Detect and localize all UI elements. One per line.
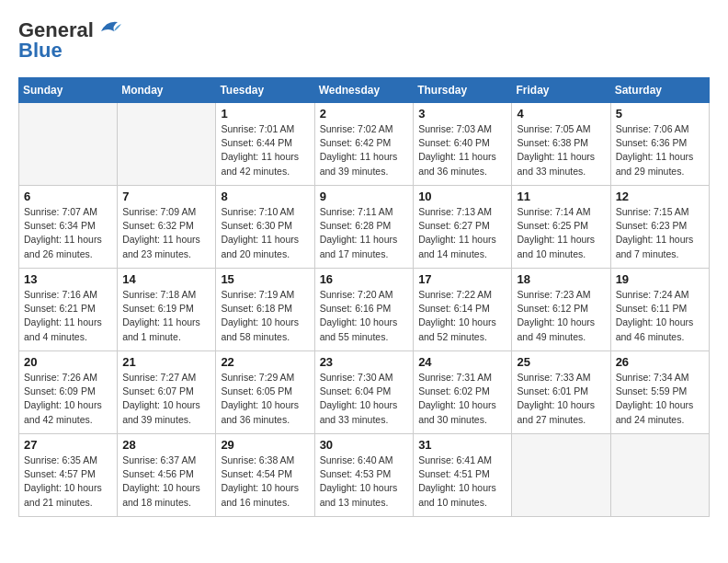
day-detail: Sunrise: 7:33 AMSunset: 6:01 PMDaylight:…	[517, 371, 605, 427]
calendar-cell-5-1: 27Sunrise: 6:35 AMSunset: 4:57 PMDayligh…	[19, 434, 118, 517]
calendar-cell-5-3: 29Sunrise: 6:38 AMSunset: 4:54 PMDayligh…	[216, 434, 314, 517]
day-detail: Sunrise: 7:23 AMSunset: 6:12 PMDaylight:…	[517, 288, 605, 344]
calendar-week-4: 20Sunrise: 7:26 AMSunset: 6:09 PMDayligh…	[19, 351, 710, 434]
calendar-week-1: 1Sunrise: 7:01 AMSunset: 6:44 PMDaylight…	[19, 103, 710, 186]
calendar-header-tuesday: Tuesday	[216, 78, 314, 103]
day-detail: Sunrise: 7:02 AMSunset: 6:42 PMDaylight:…	[320, 122, 409, 178]
calendar-cell-2-6: 11Sunrise: 7:14 AMSunset: 6:25 PMDayligh…	[512, 186, 610, 269]
day-detail: Sunrise: 7:06 AMSunset: 6:36 PMDaylight:…	[616, 122, 704, 178]
calendar-week-5: 27Sunrise: 6:35 AMSunset: 4:57 PMDayligh…	[19, 434, 710, 517]
day-number: 11	[517, 190, 605, 203]
day-detail: Sunrise: 7:34 AMSunset: 5:59 PMDaylight:…	[616, 371, 704, 427]
day-detail: Sunrise: 7:01 AMSunset: 6:44 PMDaylight:…	[221, 122, 309, 178]
day-number: 12	[616, 190, 704, 203]
logo-bird-icon	[97, 18, 121, 39]
calendar-cell-2-3: 8Sunrise: 7:10 AMSunset: 6:30 PMDaylight…	[216, 186, 314, 269]
day-detail: Sunrise: 7:29 AMSunset: 6:05 PMDaylight:…	[221, 371, 309, 427]
day-detail: Sunrise: 6:35 AMSunset: 4:57 PMDaylight:…	[24, 454, 112, 510]
day-number: 17	[418, 272, 506, 286]
day-number: 9	[320, 190, 409, 203]
day-detail: Sunrise: 6:41 AMSunset: 4:51 PMDaylight:…	[418, 454, 506, 510]
calendar-cell-2-1: 6Sunrise: 7:07 AMSunset: 6:34 PMDaylight…	[19, 186, 118, 269]
day-detail: Sunrise: 7:07 AMSunset: 6:34 PMDaylight:…	[24, 205, 112, 261]
day-detail: Sunrise: 7:10 AMSunset: 6:30 PMDaylight:…	[221, 205, 309, 261]
day-detail: Sunrise: 6:38 AMSunset: 4:54 PMDaylight:…	[221, 454, 309, 510]
day-detail: Sunrise: 7:19 AMSunset: 6:18 PMDaylight:…	[221, 288, 309, 344]
day-number: 24	[418, 355, 506, 369]
calendar-cell-5-5: 31Sunrise: 6:41 AMSunset: 4:51 PMDayligh…	[414, 434, 512, 517]
calendar-cell-3-3: 15Sunrise: 7:19 AMSunset: 6:18 PMDayligh…	[216, 269, 314, 351]
calendar-cell-4-3: 22Sunrise: 7:29 AMSunset: 6:05 PMDayligh…	[216, 351, 314, 434]
calendar-week-3: 13Sunrise: 7:16 AMSunset: 6:21 PMDayligh…	[19, 269, 710, 351]
calendar-cell-5-2: 28Sunrise: 6:37 AMSunset: 4:56 PMDayligh…	[118, 434, 216, 517]
calendar-cell-1-3: 1Sunrise: 7:01 AMSunset: 6:44 PMDaylight…	[216, 103, 314, 186]
calendar-cell-2-4: 9Sunrise: 7:11 AMSunset: 6:28 PMDaylight…	[314, 186, 414, 269]
day-number: 20	[24, 355, 112, 369]
day-detail: Sunrise: 7:09 AMSunset: 6:32 PMDaylight:…	[122, 205, 210, 261]
day-number: 28	[122, 438, 210, 452]
calendar-header-thursday: Thursday	[414, 78, 512, 103]
calendar-header-friday: Friday	[512, 78, 610, 103]
calendar-cell-1-4: 2Sunrise: 7:02 AMSunset: 6:42 PMDaylight…	[314, 103, 414, 186]
day-detail: Sunrise: 7:14 AMSunset: 6:25 PMDaylight:…	[517, 205, 605, 261]
day-number: 27	[24, 438, 112, 452]
calendar-header-row: SundayMondayTuesdayWednesdayThursdayFrid…	[19, 78, 710, 103]
day-detail: Sunrise: 7:26 AMSunset: 6:09 PMDaylight:…	[24, 371, 112, 427]
calendar-cell-2-2: 7Sunrise: 7:09 AMSunset: 6:32 PMDaylight…	[118, 186, 216, 269]
calendar-cell-5-6	[512, 434, 610, 517]
day-number: 1	[221, 107, 309, 121]
day-number: 16	[320, 272, 409, 286]
day-number: 14	[122, 272, 210, 286]
calendar-cell-1-6: 4Sunrise: 7:05 AMSunset: 6:38 PMDaylight…	[512, 103, 610, 186]
day-detail: Sunrise: 6:40 AMSunset: 4:53 PMDaylight:…	[320, 454, 409, 510]
calendar-cell-1-7: 5Sunrise: 7:06 AMSunset: 6:36 PMDaylight…	[610, 103, 709, 186]
day-detail: Sunrise: 7:30 AMSunset: 6:04 PMDaylight:…	[320, 371, 409, 427]
calendar-cell-3-2: 14Sunrise: 7:18 AMSunset: 6:19 PMDayligh…	[118, 269, 216, 351]
calendar-week-2: 6Sunrise: 7:07 AMSunset: 6:34 PMDaylight…	[19, 186, 710, 269]
day-detail: Sunrise: 7:27 AMSunset: 6:07 PMDaylight:…	[122, 371, 210, 427]
day-number: 23	[320, 355, 409, 369]
calendar-cell-4-4: 23Sunrise: 7:30 AMSunset: 6:04 PMDayligh…	[314, 351, 414, 434]
day-number: 4	[517, 107, 605, 121]
calendar-header-saturday: Saturday	[610, 78, 709, 103]
day-number: 29	[221, 438, 309, 452]
calendar-cell-1-2	[118, 103, 216, 186]
day-detail: Sunrise: 7:05 AMSunset: 6:38 PMDaylight:…	[517, 122, 605, 178]
day-detail: Sunrise: 7:31 AMSunset: 6:02 PMDaylight:…	[418, 371, 506, 427]
day-detail: Sunrise: 7:24 AMSunset: 6:11 PMDaylight:…	[616, 288, 704, 344]
calendar-cell-4-1: 20Sunrise: 7:26 AMSunset: 6:09 PMDayligh…	[19, 351, 118, 434]
calendar-cell-3-6: 18Sunrise: 7:23 AMSunset: 6:12 PMDayligh…	[512, 269, 610, 351]
calendar-cell-3-4: 16Sunrise: 7:20 AMSunset: 6:16 PMDayligh…	[314, 269, 414, 351]
calendar-cell-4-2: 21Sunrise: 7:27 AMSunset: 6:07 PMDayligh…	[118, 351, 216, 434]
calendar-cell-3-7: 19Sunrise: 7:24 AMSunset: 6:11 PMDayligh…	[610, 269, 709, 351]
day-number: 10	[418, 190, 506, 203]
calendar-cell-2-5: 10Sunrise: 7:13 AMSunset: 6:27 PMDayligh…	[414, 186, 512, 269]
day-number: 26	[616, 355, 704, 369]
calendar-header-monday: Monday	[118, 78, 216, 103]
calendar-cell-5-7	[610, 434, 709, 517]
calendar-cell-5-4: 30Sunrise: 6:40 AMSunset: 4:53 PMDayligh…	[314, 434, 414, 517]
day-detail: Sunrise: 7:18 AMSunset: 6:19 PMDaylight:…	[122, 288, 210, 344]
day-number: 19	[616, 272, 704, 286]
day-detail: Sunrise: 7:16 AMSunset: 6:21 PMDaylight:…	[24, 288, 112, 344]
calendar-header-sunday: Sunday	[19, 78, 118, 103]
calendar-cell-1-5: 3Sunrise: 7:03 AMSunset: 6:40 PMDaylight…	[414, 103, 512, 186]
calendar-cell-4-6: 25Sunrise: 7:33 AMSunset: 6:01 PMDayligh…	[512, 351, 610, 434]
day-number: 30	[320, 438, 409, 452]
page-header: General Blue	[18, 18, 710, 63]
calendar-header-wednesday: Wednesday	[314, 78, 414, 103]
day-detail: Sunrise: 7:20 AMSunset: 6:16 PMDaylight:…	[320, 288, 409, 344]
day-number: 5	[616, 107, 704, 121]
calendar-cell-1-1	[19, 103, 118, 186]
day-number: 25	[517, 355, 605, 369]
calendar-cell-4-7: 26Sunrise: 7:34 AMSunset: 5:59 PMDayligh…	[610, 351, 709, 434]
day-detail: Sunrise: 7:03 AMSunset: 6:40 PMDaylight:…	[418, 122, 506, 178]
day-detail: Sunrise: 7:11 AMSunset: 6:28 PMDaylight:…	[320, 205, 409, 261]
day-number: 8	[221, 190, 309, 203]
calendar-cell-2-7: 12Sunrise: 7:15 AMSunset: 6:23 PMDayligh…	[610, 186, 709, 269]
day-number: 2	[320, 107, 409, 121]
day-number: 22	[221, 355, 309, 369]
day-detail: Sunrise: 7:13 AMSunset: 6:27 PMDaylight:…	[418, 205, 506, 261]
day-number: 6	[24, 190, 112, 203]
day-number: 18	[517, 272, 605, 286]
